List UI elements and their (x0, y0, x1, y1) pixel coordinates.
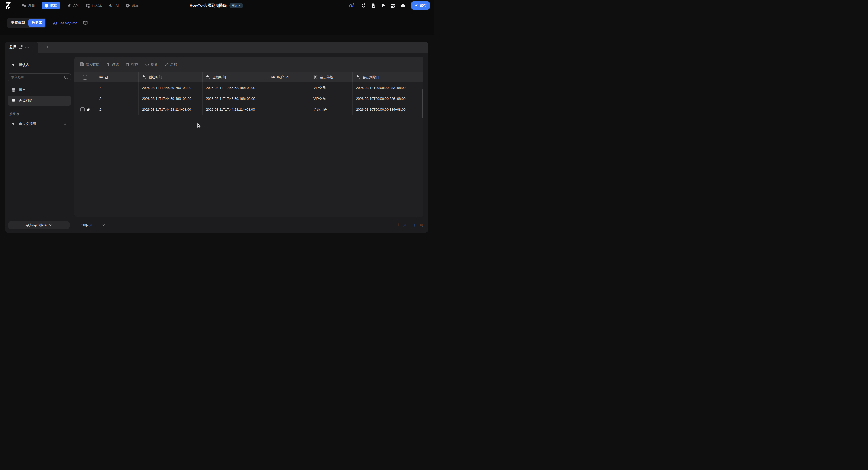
filter-funnel-icon (106, 62, 110, 66)
nav-api[interactable]: API (67, 3, 79, 8)
cell-member-level[interactable]: VIP会员 (310, 93, 353, 104)
sidebar-table-member-profile[interactable]: 会员档案 (8, 96, 71, 106)
chevron-down-icon (49, 224, 52, 227)
sort-button[interactable]: 排序 (126, 62, 138, 67)
header-member-expire-label: 会员到期日 (363, 75, 379, 80)
segment-database[interactable]: 数据库 (28, 19, 45, 27)
flow-icon (86, 3, 90, 8)
nav-settings[interactable]: 设置 (125, 3, 138, 8)
cell-member-level[interactable]: 普通用户 (310, 104, 353, 115)
tab-main-database-label: 总库 (10, 45, 17, 49)
cell-id[interactable]: 4 (96, 82, 139, 93)
default-tables-group[interactable]: 默认表 (5, 62, 74, 67)
file-settings-button[interactable] (371, 3, 376, 8)
cell-id[interactable]: 2 (96, 104, 139, 115)
ai-glyph-icon: Ai (108, 3, 114, 7)
header-member-level[interactable]: 会员等级 (310, 72, 353, 82)
database-tabstrip: 总库 + (5, 41, 428, 53)
collapse-triangle-icon[interactable] (12, 64, 14, 66)
nav-actionflow[interactable]: 行为流 (86, 3, 102, 8)
total-count-button[interactable]: 总数 (165, 62, 177, 67)
header-created-at[interactable]: 创建时间 (139, 72, 203, 82)
preview-play-button[interactable] (381, 3, 385, 7)
tables-sidebar: 默认表 帐户 (5, 53, 74, 233)
ai-copilot-button[interactable]: Ai AI Copilot (53, 11, 77, 35)
page-size-select[interactable]: 20条/页 (81, 221, 105, 229)
import-export-button[interactable]: 导入/导出数据 (7, 221, 70, 229)
docs-button[interactable] (83, 11, 88, 35)
cell-created-at[interactable]: 2026-03-11T17:45:39.760+08:00 (139, 82, 203, 93)
add-custom-view-button[interactable]: + (64, 122, 66, 126)
nav-settings-label: 设置 (132, 3, 138, 8)
svg-text:Ai: Ai (348, 3, 354, 8)
users-icon (391, 3, 395, 8)
vertical-scrollbar[interactable] (422, 89, 423, 118)
segment-data-model[interactable]: 数据模型 (8, 19, 28, 27)
expand-record-icon[interactable] (87, 108, 90, 112)
table-cylinder-icon (11, 98, 16, 103)
nav-api-label: API (73, 4, 79, 7)
nav-ai[interactable]: Ai AI (108, 3, 119, 7)
header-id[interactable]: 123 id (96, 72, 139, 82)
cell-created-at[interactable]: 2026-03-11T17:44:28.114+08:00 (139, 104, 203, 115)
cell-member-expire[interactable]: 2026-03-10T00:00:00.326+08:00 (353, 93, 416, 104)
insert-plus-icon (80, 62, 84, 66)
nav-data[interactable]: 数据 (41, 2, 60, 9)
cell-account-id[interactable] (268, 104, 310, 115)
datetime-field-icon (206, 75, 210, 80)
cell-id[interactable]: 3 (96, 93, 139, 104)
refresh-button[interactable]: 刷新 (145, 62, 158, 67)
ai-assistant-button[interactable]: Ai (348, 3, 356, 8)
header-account-id[interactable]: 123 帐户_id (268, 72, 310, 82)
table-row[interactable]: 3 2026-03-11T17:44:59.489+08:00 2026-03-… (74, 93, 423, 104)
app-window: 页面 数据 API (0, 0, 434, 235)
cell-account-id[interactable] (268, 93, 310, 104)
nav-data-label: 数据 (51, 3, 57, 8)
publish-button[interactable]: 发布 (411, 1, 430, 10)
top-navigation-bar: 页面 数据 API (0, 0, 434, 11)
tab-main-database[interactable]: 总库 (5, 41, 38, 53)
zion-logo[interactable] (4, 1, 12, 10)
collaborators-button[interactable] (391, 3, 395, 8)
sidebar-table-accounts[interactable]: 帐户 (8, 85, 71, 95)
cell-member-level[interactable]: VIP会员 (310, 82, 353, 93)
more-options-icon[interactable] (25, 47, 29, 48)
cell-account-id[interactable] (268, 82, 310, 93)
header-created-at-label: 创建时间 (149, 75, 162, 80)
header-member-expire[interactable]: 会员到期日 (353, 72, 416, 82)
grid-empty-area (74, 115, 423, 217)
default-tables-label: 默认表 (19, 63, 29, 67)
cell-updated-at[interactable]: 2026-03-11T17:45:50.198+08:00 (203, 93, 268, 104)
cell-created-at[interactable]: 2026-03-11T17:44:59.489+08:00 (139, 93, 203, 104)
pagination: 上一页 下一页 (397, 221, 423, 229)
main-nav: 页面 数据 API (22, 2, 138, 9)
collapse-triangle-icon[interactable] (12, 123, 14, 125)
custom-views-group[interactable]: 自定义视图 + (5, 121, 74, 127)
select-all-checkbox[interactable] (83, 75, 87, 80)
prev-page-button[interactable]: 上一页 (397, 223, 407, 228)
table-search-input[interactable] (8, 76, 64, 79)
next-page-button[interactable]: 下一页 (413, 223, 423, 228)
table-row[interactable]: 4 2026-03-11T17:45:39.760+08:00 2026-03-… (74, 82, 423, 93)
table-row[interactable]: 2 2026-03-11T17:44:28.114+08:00 2026-03-… (74, 104, 423, 115)
history-refresh-button[interactable] (361, 3, 366, 8)
add-database-tab-button[interactable]: + (44, 41, 51, 53)
sidebar-table-member-profile-label: 会员档案 (19, 98, 32, 103)
cell-member-expire[interactable]: 2026-03-10T00:00:00.334+08:00 (353, 104, 416, 115)
cell-updated-at[interactable]: 2026-03-11T17:55:52.189+08:00 (203, 82, 268, 93)
search-icon[interactable] (64, 76, 68, 79)
cell-updated-at[interactable]: 2026-03-11T17:44:28.114+08:00 (203, 104, 268, 115)
external-link-icon[interactable] (19, 45, 23, 49)
svg-text:Ai: Ai (108, 3, 113, 7)
grid-header-row: 123 id 创建时间 (74, 72, 423, 82)
gear-icon (125, 3, 130, 8)
insert-data-button[interactable]: 插入数据 (80, 62, 99, 67)
platform-badge[interactable]: 网页 (229, 3, 243, 8)
filter-button[interactable]: 过滤 (106, 62, 119, 67)
sort-label: 排序 (131, 62, 138, 67)
cloud-sync-button[interactable] (401, 4, 406, 7)
row-checkbox[interactable] (80, 107, 85, 112)
cell-member-expire[interactable]: 2026-03-12T00:00:00.083+08:00 (353, 82, 416, 93)
header-updated-at[interactable]: 更新时间 (203, 72, 268, 82)
nav-pages[interactable]: 页面 (22, 3, 35, 8)
